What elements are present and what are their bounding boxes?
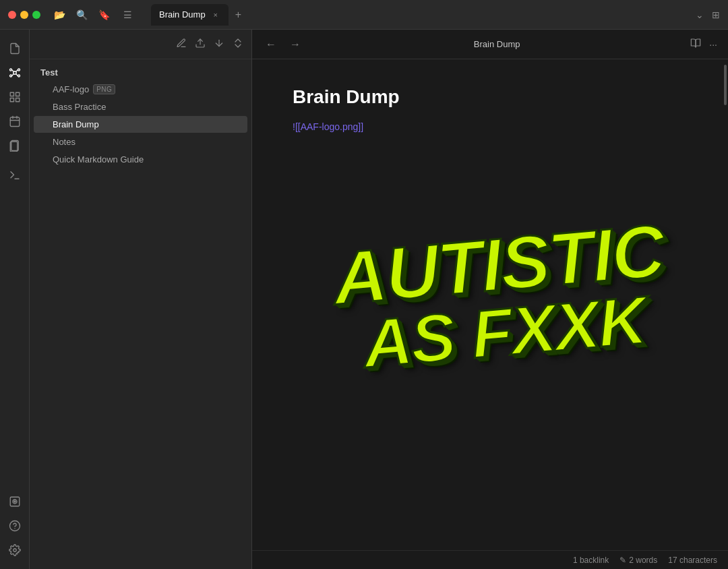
tab-label: Brain Dump <box>159 9 206 20</box>
maximize-button[interactable] <box>32 11 40 19</box>
sidebar-toggle-icon-area: ☰ <box>123 9 132 20</box>
sidebar-icon-terminal[interactable] <box>4 164 26 186</box>
vault-section-title: Test <box>30 65 251 80</box>
sidebar-icon-help[interactable] <box>4 515 26 537</box>
import-icon[interactable] <box>195 38 206 51</box>
layout-icon[interactable]: ⊞ <box>712 9 720 20</box>
tab-close-icon[interactable]: × <box>211 10 220 20</box>
editor-content[interactable]: Brain Dump ![[AAF-logo.png]] AUTISTIC AS… <box>252 59 723 550</box>
backlink-count[interactable]: 1 backlink <box>573 556 609 565</box>
bookmark-icon[interactable]: 🔖 <box>98 9 110 20</box>
title-bar: 📂 🔍 🔖 ☰ Brain Dump × + ⌄ ⊞ <box>0 0 728 30</box>
editor-statusbar: 1 backlink ✎ 2 words 17 characters <box>252 550 728 569</box>
sidebar-icon-grid[interactable] <box>4 86 26 108</box>
wikilink-text[interactable]: ![[AAF-logo.png]] <box>293 121 682 132</box>
tree-item-label: Brain Dump <box>53 119 99 129</box>
svg-rect-11 <box>10 98 13 102</box>
file-tree: Test AAF-logo PNG Bass Practice Brain Du… <box>30 59 251 569</box>
embedded-image: AUTISTIC AS FXXK <box>293 148 710 445</box>
editor-toolbar: ← → Brain Dump ··· <box>252 30 728 59</box>
main-area: Test AAF-logo PNG Bass Practice Brain Du… <box>0 30 728 569</box>
tree-item-aaf-logo[interactable]: AAF-logo PNG <box>34 81 247 98</box>
svg-rect-12 <box>16 98 19 102</box>
tree-item-label: Bass Practice <box>53 102 106 112</box>
tree-item-label: Notes <box>53 137 75 147</box>
sidebar-icon-settings[interactable] <box>4 539 26 561</box>
minimize-button[interactable] <box>20 11 28 19</box>
words-label: 2 words <box>629 556 657 565</box>
forward-button[interactable]: → <box>287 38 303 51</box>
svg-line-7 <box>11 74 13 76</box>
search-icon[interactable]: 🔍 <box>76 9 88 20</box>
sidebar-icon-graph[interactable] <box>4 62 26 84</box>
edit-icon: ✎ <box>619 556 626 565</box>
svg-line-5 <box>11 70 13 72</box>
tree-item-bass-practice[interactable]: Bass Practice <box>34 98 247 115</box>
tree-item-badge: PNG <box>93 84 115 94</box>
editor-toolbar-right: ··· <box>690 38 717 51</box>
sidebar-icons <box>0 30 30 569</box>
scrollbar-thumb <box>724 65 727 105</box>
sort-icon[interactable] <box>214 38 224 51</box>
file-panel-toolbar <box>30 30 251 59</box>
char-count: 17 characters <box>668 556 717 565</box>
svg-rect-10 <box>16 92 19 96</box>
tab-brain-dump[interactable]: Brain Dump × <box>151 4 229 26</box>
backlink-label: 1 backlink <box>573 556 609 565</box>
svg-rect-13 <box>10 117 20 127</box>
sidebar-icon-vault[interactable] <box>4 491 26 512</box>
sidebar-icon-calendar[interactable] <box>4 111 26 132</box>
file-panel: Test AAF-logo PNG Bass Practice Brain Du… <box>30 30 252 569</box>
sidebar-icon-pages[interactable] <box>4 135 26 156</box>
tree-item-brain-dump[interactable]: Brain Dump <box>34 116 247 133</box>
sidebar-toggle-icon[interactable]: ☰ <box>123 9 132 20</box>
editor-area: ← → Brain Dump ··· Brain Dump ![[AAF-log… <box>252 30 728 569</box>
svg-rect-9 <box>10 92 13 96</box>
tree-item-label: Quick Markdown Guide <box>53 154 144 164</box>
new-tab-button[interactable]: + <box>231 9 245 21</box>
svg-point-22 <box>13 501 15 502</box>
file-browser-icon[interactable]: 📂 <box>54 9 65 20</box>
reading-view-icon[interactable] <box>690 38 701 51</box>
close-button[interactable] <box>8 11 16 19</box>
editor-title: Brain Dump <box>311 39 682 49</box>
image-text: AUTISTIC AS FXXK <box>331 215 673 378</box>
tree-item-quick-markdown[interactable]: Quick Markdown Guide <box>34 151 247 168</box>
editor-scrollbar[interactable] <box>723 59 728 550</box>
tree-item-label: AAF-logo <box>53 84 89 94</box>
more-options-icon[interactable]: ··· <box>709 39 717 50</box>
chevron-down-icon[interactable]: ⌄ <box>696 9 704 20</box>
back-button[interactable]: ← <box>263 38 279 51</box>
title-bar-right: ⌄ ⊞ <box>696 9 720 20</box>
tabs-area: Brain Dump × + <box>151 4 690 26</box>
svg-line-8 <box>16 74 18 76</box>
new-note-icon[interactable] <box>176 38 187 51</box>
sidebar-icon-new-note[interactable] <box>4 38 26 59</box>
traffic-lights <box>8 11 40 19</box>
word-count: ✎ 2 words <box>619 556 657 565</box>
sidebar-icons-bottom <box>4 491 26 561</box>
chars-label: 17 characters <box>668 556 717 565</box>
svg-point-23 <box>9 521 20 531</box>
svg-point-25 <box>13 549 16 552</box>
tree-item-notes[interactable]: Notes <box>34 133 247 150</box>
expand-icon[interactable] <box>233 38 243 51</box>
title-bar-left-icons: 📂 🔍 🔖 <box>54 9 110 20</box>
svg-line-6 <box>16 70 18 72</box>
document-title: Brain Dump <box>293 86 682 108</box>
